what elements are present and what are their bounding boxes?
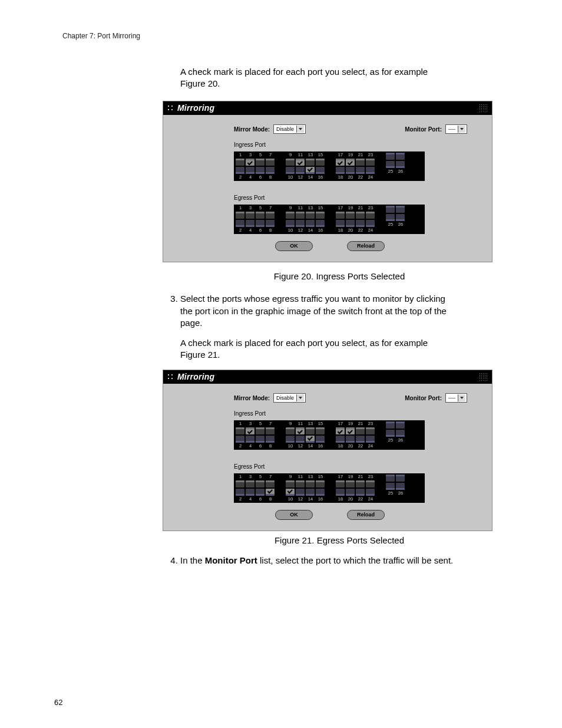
port-selected[interactable] (266, 489, 275, 496)
port[interactable] (286, 436, 295, 443)
port[interactable] (306, 220, 315, 227)
port[interactable] (396, 214, 405, 221)
port[interactable] (366, 159, 375, 166)
port[interactable] (236, 167, 244, 174)
port-selected[interactable] (246, 159, 254, 166)
port[interactable] (386, 430, 395, 437)
port[interactable] (396, 430, 405, 437)
port[interactable] (246, 480, 254, 487)
port[interactable] (296, 489, 305, 496)
port[interactable] (386, 153, 395, 160)
port[interactable] (336, 212, 345, 219)
port[interactable] (306, 489, 315, 496)
port[interactable] (266, 167, 275, 174)
port[interactable] (236, 480, 244, 487)
port[interactable] (316, 220, 325, 227)
port[interactable] (396, 153, 405, 160)
port[interactable] (396, 161, 405, 168)
port[interactable] (246, 167, 254, 174)
port[interactable] (246, 212, 254, 219)
port[interactable] (396, 206, 405, 213)
port[interactable] (356, 436, 365, 443)
port[interactable] (316, 427, 325, 434)
port-selected[interactable] (346, 159, 355, 166)
port[interactable] (286, 167, 295, 174)
port[interactable] (356, 167, 365, 174)
port-selected[interactable] (286, 489, 295, 496)
port[interactable] (366, 436, 375, 443)
port[interactable] (256, 489, 265, 496)
port[interactable] (386, 161, 395, 168)
port[interactable] (296, 212, 305, 219)
port[interactable] (236, 159, 244, 166)
port[interactable] (306, 480, 315, 487)
port[interactable] (386, 421, 395, 429)
port-selected[interactable] (306, 167, 315, 174)
port[interactable] (236, 427, 244, 434)
port[interactable] (236, 489, 244, 496)
port[interactable] (296, 167, 305, 174)
port[interactable] (256, 167, 265, 174)
port-selected[interactable] (336, 427, 345, 434)
port-selected[interactable] (296, 159, 305, 166)
port[interactable] (266, 159, 275, 166)
port[interactable] (316, 436, 325, 443)
port[interactable] (356, 159, 365, 166)
port[interactable] (306, 427, 315, 434)
port[interactable] (286, 212, 295, 219)
port[interactable] (296, 436, 305, 443)
port[interactable] (296, 480, 305, 487)
port[interactable] (246, 489, 254, 496)
port[interactable] (286, 427, 295, 434)
port[interactable] (346, 436, 355, 443)
port[interactable] (316, 489, 325, 496)
port[interactable] (336, 480, 345, 487)
port[interactable] (316, 480, 325, 487)
port[interactable] (236, 436, 244, 443)
port[interactable] (356, 489, 365, 496)
port[interactable] (386, 206, 395, 213)
port[interactable] (316, 159, 325, 166)
port[interactable] (266, 436, 275, 443)
port[interactable] (336, 489, 345, 496)
port[interactable] (246, 220, 254, 227)
port[interactable] (346, 489, 355, 496)
mirror-mode-select[interactable]: Disable (273, 393, 306, 403)
port[interactable] (386, 475, 395, 482)
port[interactable] (256, 220, 265, 227)
port[interactable] (286, 159, 295, 166)
port[interactable] (236, 220, 244, 227)
port[interactable] (336, 167, 345, 174)
port[interactable] (246, 436, 254, 443)
port[interactable] (256, 436, 265, 443)
port[interactable] (256, 480, 265, 487)
port[interactable] (396, 421, 405, 429)
port[interactable] (256, 159, 265, 166)
port[interactable] (266, 427, 275, 434)
port[interactable] (366, 427, 375, 434)
port-selected[interactable] (246, 427, 254, 434)
port[interactable] (356, 480, 365, 487)
port[interactable] (316, 167, 325, 174)
port[interactable] (236, 212, 244, 219)
ok-button[interactable]: OK (275, 510, 313, 520)
port[interactable] (266, 220, 275, 227)
port[interactable] (306, 212, 315, 219)
port[interactable] (386, 214, 395, 221)
port[interactable] (266, 480, 275, 487)
port[interactable] (396, 475, 405, 482)
port-selected[interactable] (306, 436, 315, 443)
port[interactable] (336, 220, 345, 227)
port[interactable] (366, 480, 375, 487)
port[interactable] (356, 427, 365, 434)
port[interactable] (366, 167, 375, 174)
port[interactable] (386, 483, 395, 490)
port[interactable] (366, 212, 375, 219)
port[interactable] (336, 436, 345, 443)
monitor-port-select[interactable]: ---- (445, 393, 467, 403)
port[interactable] (346, 220, 355, 227)
port[interactable] (356, 220, 365, 227)
port[interactable] (256, 212, 265, 219)
port-selected[interactable] (346, 427, 355, 434)
port[interactable] (396, 483, 405, 490)
